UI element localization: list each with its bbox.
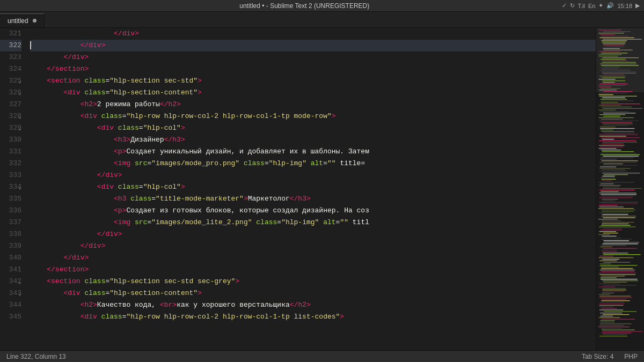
svg-rect-105 (599, 190, 635, 190)
volume-icon: 🔊 (606, 2, 614, 9)
svg-rect-179 (599, 304, 625, 304)
language-mode[interactable]: PHP (624, 353, 638, 360)
svg-rect-83 (603, 156, 639, 156)
svg-rect-107 (599, 193, 636, 193)
svg-rect-31 (599, 76, 625, 76)
svg-rect-45 (602, 98, 625, 98)
svg-rect-56 (599, 114, 625, 115)
svg-rect-43 (598, 94, 613, 95)
code-line: <p>Создает из готовых блоков, которые со… (30, 205, 596, 217)
code-line: <section class="hlp-section sec-std"> (30, 75, 596, 87)
svg-rect-57 (603, 116, 620, 116)
svg-rect-9 (602, 42, 626, 42)
svg-rect-162 (600, 277, 617, 278)
svg-rect-138 (603, 240, 629, 241)
svg-rect-51 (601, 107, 632, 107)
svg-rect-63 (602, 125, 630, 125)
code-line: <div class="hlp-col"> (30, 181, 596, 193)
code-area[interactable]: </div> </div> </div> </section> <section… (27, 28, 596, 350)
svg-rect-38 (599, 86, 611, 87)
svg-rect-10 (603, 43, 625, 44)
code-line: <h2>Качество кода, <br>как у хорошего ве… (30, 299, 596, 311)
svg-rect-6 (600, 38, 634, 38)
svg-rect-151 (599, 261, 617, 261)
line-number: 323 (0, 51, 21, 63)
code-line: <section class="hlp-section sec-std sec-… (30, 276, 596, 287)
svg-rect-126 (602, 222, 634, 223)
minimap[interactable] (596, 28, 644, 350)
svg-rect-25 (603, 67, 620, 67)
svg-rect-130 (603, 228, 623, 228)
code-line: <div class="hlp-row hlp-row-col-2 hlp-ro… (30, 311, 596, 323)
tab-modified-dot (33, 19, 36, 23)
svg-rect-182 (601, 308, 617, 308)
editor-main[interactable]: 321322323324▾325▾326327▾328▾329330331332… (0, 28, 596, 350)
svg-rect-82 (601, 154, 640, 155)
svg-rect-122 (601, 216, 636, 216)
svg-rect-145 (602, 251, 617, 252)
code-line: <p>Создает уникальный дизайн, и добавляе… (30, 146, 596, 158)
svg-rect-37 (599, 85, 626, 86)
svg-rect-157 (600, 270, 635, 270)
line-numbers: 321322323324▾325▾326327▾328▾329330331332… (0, 28, 27, 350)
svg-rect-113 (599, 202, 638, 203)
code-line: </div> (30, 240, 596, 252)
line-number: 345 (0, 311, 21, 323)
svg-rect-86 (602, 160, 638, 161)
signal-icon: T.il (578, 3, 585, 9)
svg-rect-68 (604, 132, 635, 133)
line-number: 330 (0, 134, 21, 146)
svg-rect-92 (602, 169, 625, 170)
svg-rect-191 (600, 322, 614, 322)
svg-rect-2 (603, 31, 630, 32)
svg-rect-139 (604, 242, 639, 242)
svg-rect-65 (600, 128, 634, 129)
code-line: <h2>2 режима работы</h2> (30, 99, 596, 110)
svg-rect-17 (599, 54, 622, 55)
svg-rect-137 (601, 239, 632, 239)
svg-rect-143 (603, 248, 637, 249)
svg-rect-55 (603, 113, 635, 113)
editor-wrapper: 321322323324▾325▾326327▾328▾329330331332… (0, 28, 644, 350)
svg-rect-172 (602, 293, 614, 293)
svg-rect-175 (599, 297, 632, 298)
svg-rect-147 (603, 254, 641, 255)
svg-rect-158 (601, 271, 634, 272)
svg-rect-85 (600, 159, 617, 159)
svg-rect-84 (601, 157, 633, 158)
svg-rect-29 (602, 73, 636, 73)
code-line: <img src="images/mode_pro.png" class="hl… (30, 158, 596, 169)
statusbar-right: Tab Size: 4 PHP (582, 353, 638, 360)
svg-rect-154 (600, 265, 638, 265)
svg-rect-95 (604, 174, 628, 175)
svg-rect-20 (601, 59, 625, 60)
svg-rect-47 (601, 100, 633, 101)
svg-rect-183 (599, 309, 623, 310)
code-line: <div class="hlp-section-content"> (30, 87, 596, 99)
svg-rect-125 (602, 220, 620, 221)
svg-rect-21 (602, 61, 627, 61)
check-icon: ✓ (562, 2, 567, 9)
svg-rect-171 (602, 291, 624, 292)
svg-rect-66 (601, 130, 613, 130)
code-line: </div> (30, 28, 596, 40)
svg-rect-192 (600, 323, 632, 324)
svg-rect-132 (599, 231, 616, 232)
tab-size[interactable]: Tab Size: 4 (582, 353, 613, 360)
line-number: ▾343 (0, 287, 21, 299)
svg-rect-19 (602, 57, 639, 58)
svg-rect-30 (604, 75, 624, 75)
tab-untitled[interactable]: untitled (0, 13, 45, 27)
svg-rect-54 (600, 111, 628, 112)
cursor-position: Line 322, Column 13 (6, 353, 66, 360)
svg-rect-106 (601, 191, 619, 191)
code-line: <img src="images/mode_lite_2.png" class=… (30, 217, 596, 228)
svg-rect-117 (598, 208, 634, 209)
svg-rect-75 (602, 144, 624, 144)
svg-rect-13 (603, 48, 620, 49)
svg-rect-59 (601, 119, 623, 120)
svg-rect-1 (598, 29, 621, 30)
line-number: 333 (0, 169, 21, 181)
svg-rect-58 (599, 117, 634, 118)
line-number: ▾334 (0, 181, 21, 193)
